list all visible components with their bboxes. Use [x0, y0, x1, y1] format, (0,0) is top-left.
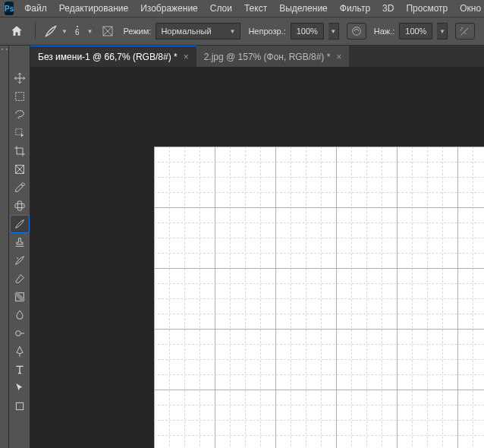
crop-tool[interactable]	[11, 143, 29, 159]
brush-panel-toggle[interactable]	[100, 24, 115, 39]
type-tool[interactable]	[11, 361, 29, 378]
svg-rect-7	[17, 201, 21, 210]
menu-3d[interactable]: 3D	[376, 3, 400, 14]
history-brush-tool[interactable]	[11, 252, 29, 269]
menu-файл[interactable]: Файл	[18, 3, 53, 14]
chevron-down-icon: ▼	[61, 28, 68, 35]
svg-point-1	[352, 27, 360, 36]
mode-select[interactable]: Нормальный ▼	[156, 23, 240, 39]
path-select-tool[interactable]	[11, 380, 29, 396]
flow-label: Наж.:	[374, 27, 395, 36]
marquee-tool[interactable]	[11, 88, 29, 105]
svg-rect-8	[15, 203, 24, 207]
document-tab[interactable]: Без имени-1 @ 66,7% (RGB/8#) *×	[30, 46, 196, 67]
menu-текст[interactable]: Текст	[238, 3, 273, 14]
pen-tool[interactable]	[11, 343, 29, 360]
menu-фильтр[interactable]: Фильтр	[334, 3, 376, 14]
svg-point-10	[15, 331, 20, 336]
opacity-value[interactable]: 100%	[291, 23, 324, 39]
healing-tool[interactable]	[11, 197, 29, 214]
airbrush-toggle[interactable]	[455, 23, 475, 39]
divider	[35, 22, 36, 40]
ps-logo[interactable]: Ps	[5, 2, 14, 15]
blur-tool[interactable]	[11, 307, 29, 323]
shape-tool[interactable]	[11, 398, 29, 415]
svg-rect-11	[16, 402, 23, 409]
mode-label: Режим:	[123, 27, 151, 36]
stamp-tool[interactable]	[11, 234, 29, 251]
menu-редактирование[interactable]: Редактирование	[53, 3, 134, 14]
canvas-area[interactable]	[30, 67, 484, 448]
pressure-opacity-toggle[interactable]	[347, 23, 366, 39]
frame-tool[interactable]	[11, 161, 29, 178]
options-bar: ▼ 6 ▼ Режим: Нормальный ▼ Непрозр.: 100%…	[0, 17, 484, 46]
menu-изображение[interactable]: Изображение	[134, 3, 204, 14]
panel-collapse-strip[interactable]	[0, 46, 9, 448]
canvas[interactable]	[154, 147, 484, 448]
svg-point-2	[462, 27, 463, 28]
menu-выделение[interactable]: Выделение	[273, 3, 334, 14]
menubar: Ps ФайлРедактированиеИзображениеСлоиТекс…	[0, 0, 484, 17]
svg-rect-4	[15, 93, 24, 101]
brush-tool[interactable]	[11, 216, 29, 232]
move-tool[interactable]	[11, 70, 29, 87]
menu-окно[interactable]: Окно	[454, 3, 484, 14]
home-button[interactable]	[6, 21, 27, 41]
close-icon[interactable]: ×	[184, 52, 189, 62]
chevron-down-icon[interactable]: ▼	[86, 28, 93, 35]
eraser-tool[interactable]	[11, 270, 29, 287]
toolbox	[9, 67, 30, 448]
opacity-dropdown[interactable]: ▼	[328, 23, 339, 39]
brush-size-picker[interactable]: 6	[75, 26, 80, 36]
close-icon[interactable]: ×	[336, 52, 341, 62]
opacity-label: Непрозр.:	[248, 27, 285, 36]
menu-просмотр[interactable]: Просмотр	[400, 3, 454, 14]
lasso-tool[interactable]	[11, 106, 29, 123]
brush-preset-picker[interactable]: ▼	[43, 24, 68, 39]
flow-dropdown[interactable]: ▼	[437, 23, 448, 39]
document-tabs: Без имени-1 @ 66,7% (RGB/8#) *×2.jpg @ 1…	[9, 46, 484, 67]
dodge-tool[interactable]	[11, 325, 29, 342]
flow-value[interactable]: 100%	[399, 23, 432, 39]
quick-select-tool[interactable]	[11, 125, 29, 141]
svg-point-3	[460, 30, 461, 30]
document-tab[interactable]: 2.jpg @ 157% (Фон, RGB/8#) *×	[196, 46, 350, 67]
chevron-down-icon: ▼	[229, 28, 235, 35]
gradient-tool[interactable]	[11, 289, 29, 305]
menu-слои[interactable]: Слои	[204, 3, 238, 14]
eyedropper-tool[interactable]	[11, 179, 29, 196]
